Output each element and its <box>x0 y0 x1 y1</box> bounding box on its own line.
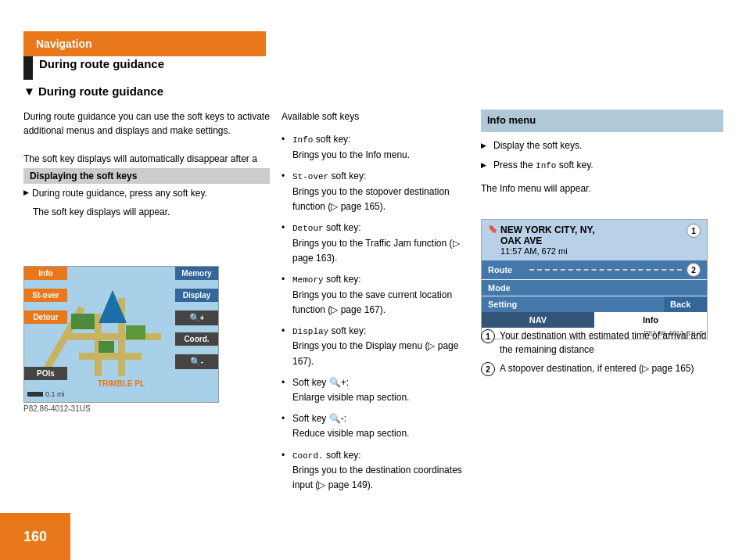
map-btn-coord[interactable]: Coord. <box>175 332 218 346</box>
info-step2-suffix: soft key. <box>559 160 594 171</box>
display-keys-step2-text: The soft key displays will appear. <box>33 206 170 217</box>
annotation-2: 2 A stopover destination, if entered (▷ … <box>481 361 716 376</box>
softkey-display-key: Display <box>292 327 328 336</box>
nav-btn-info[interactable]: Info <box>594 312 707 328</box>
map-btn-display[interactable]: Display <box>175 289 218 302</box>
available-softkeys-label: Available soft keys <box>282 109 469 124</box>
info-step2-key: Info <box>536 161 556 171</box>
nav-screen-dest-row: 🔖 NEW YORK CITY, NY,OAK AVE 11:57 AM, 67… <box>488 224 701 256</box>
map-scale-bar <box>27 392 43 397</box>
softkey-memory: Memory soft key: Brings you to the save … <box>282 272 469 318</box>
softkey-info: Info soft key: Brings you to the Info me… <box>282 132 469 163</box>
nav-header: Navigation <box>23 31 266 56</box>
available-softkeys-section: Available soft keys Info soft key: Bring… <box>282 109 469 500</box>
nav-btn-mode[interactable]: Mode <box>482 280 525 296</box>
section-bar <box>23 56 33 80</box>
map-caption: P82.86-4012-31US <box>23 404 91 413</box>
nav-screen-top: 🔖 NEW YORK CITY, NY,OAK AVE 11:57 AM, 67… <box>482 220 707 260</box>
nav-time-info: 11:57 AM, 672 mi <box>500 246 594 256</box>
displaying-keys-content: ▶ During route guidance, press any soft … <box>23 186 270 219</box>
building-3 <box>126 325 145 339</box>
building-2 <box>99 341 114 353</box>
info-step2: Press the Info soft key. <box>481 158 723 174</box>
nav-screen-route-row: Route 2 <box>482 260 707 279</box>
annotations-section: 1 Your destination with estimated time o… <box>481 328 716 381</box>
softkey-coord-key: Coord. <box>292 451 324 461</box>
info-menu-section: Info menu Display the soft keys. Press t… <box>481 109 723 207</box>
map-btn-pois[interactable]: POIs <box>24 367 67 380</box>
annotation-circle-2: 2 <box>687 263 701 277</box>
dashed-row <box>525 269 687 271</box>
softkey-coord: Coord. soft key: Brings you to the desti… <box>282 448 469 494</box>
subsection-title: ▼ During route guidance <box>23 84 163 98</box>
annotation-circle-1: 1 <box>687 224 701 238</box>
nav-btn-route[interactable]: Route <box>482 262 525 278</box>
softkey-zoom-plus: Soft key 🔍+: Enlarge visible map section… <box>282 375 469 405</box>
map-btn-zoom-out[interactable]: 🔍- <box>175 354 218 369</box>
map-arrow <box>99 290 127 323</box>
street-label-trimble: TRIMBLE PL <box>98 379 145 388</box>
softkey-zoom-minus: Soft key 🔍-: Reduce visible map section. <box>282 411 469 441</box>
display-keys-step1: ▶ During route guidance, press any soft … <box>23 186 270 200</box>
annot-text-1: Your destination with estimated time of … <box>500 328 716 357</box>
softkey-stover-key: St-over <box>292 172 328 181</box>
nav-btn-back[interactable]: Back <box>664 296 707 312</box>
map-scale-text: 0.1 mi <box>45 390 65 398</box>
road-h1 <box>67 333 161 340</box>
page-number-box: 160 <box>0 513 70 560</box>
map-btn-stover[interactable]: St-over <box>24 289 67 302</box>
nav-screen-bottom: NAV Info <box>482 312 707 328</box>
info-step2-prefix: Press the <box>493 160 533 171</box>
bookmark-icon: 🔖 <box>488 224 497 233</box>
nav-title: Navigation <box>36 38 92 50</box>
nav-screen: 🔖 NEW YORK CITY, NY,OAK AVE 11:57 AM, 67… <box>481 219 708 339</box>
nav-city-name: NEW YORK CITY, NY,OAK AVE <box>500 224 594 246</box>
arrow-icon-1: ▶ <box>23 188 29 200</box>
nav-screen-mode-row: Mode <box>482 280 707 296</box>
annot-text-2: A stopover destination, if entered (▷ pa… <box>500 361 694 375</box>
displaying-keys-header: Displaying the soft keys <box>23 168 270 184</box>
body-para1: During route guidance you can use the so… <box>23 109 270 138</box>
map-btn-info[interactable]: Info <box>24 267 67 280</box>
map-btn-zoom-in[interactable]: 🔍+ <box>175 311 218 325</box>
nav-screen-dest: NEW YORK CITY, NY,OAK AVE 11:57 AM, 672 … <box>500 224 594 256</box>
annot-num-1: 1 <box>481 329 495 343</box>
nav-map-inner: Info St-over Detour POIs Memory Display … <box>24 267 218 402</box>
road-h2 <box>79 353 142 360</box>
nav-screen-setting-row: Setting Back <box>482 296 707 312</box>
softkey-info-key: Info <box>292 135 313 145</box>
annotation-1: 1 Your destination with estimated time o… <box>481 328 716 357</box>
info-result: The Info menu will appear. <box>481 181 723 196</box>
info-step1: Display the soft keys. <box>481 138 723 153</box>
display-keys-step1-text: During route guidance, press any soft ke… <box>32 186 207 200</box>
info-menu-header: Info menu <box>481 109 723 132</box>
softkey-stover: St-over soft key: Brings you to the stop… <box>282 169 469 214</box>
nav-btn-nav[interactable]: NAV <box>482 312 594 328</box>
map-scale: 0.1 mi <box>27 390 65 398</box>
info-step1-text: Display the soft keys. <box>493 140 582 151</box>
softkey-memory-key: Memory <box>292 275 324 285</box>
display-keys-step2: The soft key displays will appear. <box>33 205 270 219</box>
building-1 <box>71 314 95 329</box>
annot-num-2: 2 <box>481 362 495 376</box>
softkey-detour-key: Detour <box>292 224 324 233</box>
nav-map: Info St-over Detour POIs Memory Display … <box>23 266 219 403</box>
triangle-icon: ▼ <box>23 84 38 98</box>
nav-btn-setting[interactable]: Setting <box>482 296 525 312</box>
softkey-display: Display soft key: Brings you to the Disp… <box>282 324 469 369</box>
map-btn-detour[interactable]: Detour <box>24 311 67 324</box>
section-title: During route guidance <box>39 57 164 70</box>
map-btn-memory[interactable]: Memory <box>175 267 218 280</box>
dashed-line <box>529 269 682 271</box>
page-number: 160 <box>23 529 47 545</box>
softkey-detour: Detour soft key: Brings you to the Traff… <box>282 221 469 266</box>
